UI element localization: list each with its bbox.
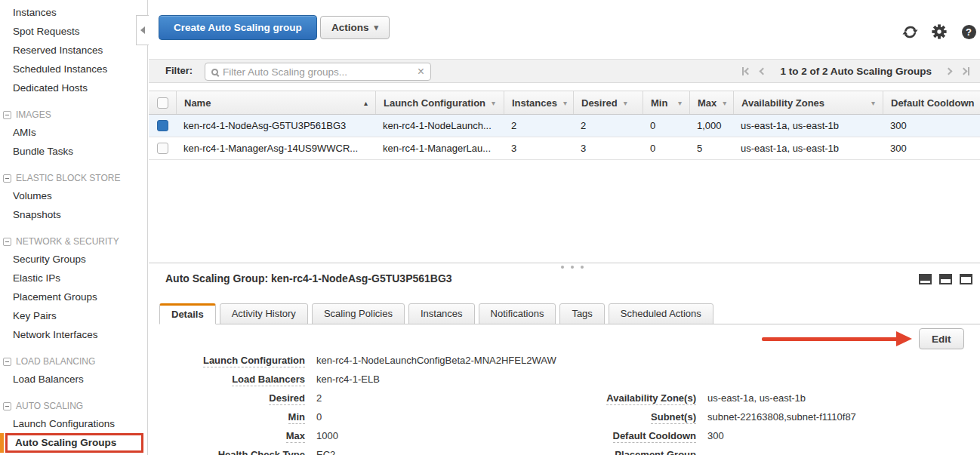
sort-icon: ▾ (871, 99, 875, 107)
tab-notifications[interactable]: Notifications (479, 303, 556, 324)
detail-field: Load Balancers ken-rc4-1-ELB (165, 374, 556, 392)
table-row[interactable]: ken-rc4-1-NodeAsg-G5TU3P561BG3 ken-rc4-1… (149, 115, 980, 137)
sidebar-item-auto-scaling-groups[interactable]: Auto Scaling Groups (5, 433, 143, 453)
tab-scaling-policies[interactable]: Scaling Policies (312, 303, 405, 324)
collapse-section-icon[interactable] (3, 238, 11, 246)
sidebar-item-launch-configurations[interactable]: Launch Configurations (0, 414, 147, 433)
column-label: Max (698, 97, 717, 109)
collapse-section-icon[interactable] (3, 111, 11, 119)
tab-details[interactable]: Details (159, 303, 216, 324)
sidebar-item-placement-groups[interactable]: Placement Groups (0, 287, 147, 306)
cell-name: ken-rc4-1-NodeAsg-G5TU3P561BG3 (176, 115, 375, 137)
column-label: Launch Configuration (384, 97, 485, 109)
cell-desired: 2 (573, 115, 643, 137)
sidebar-section-label: ELASTIC BLOCK STORE (16, 173, 121, 183)
create-auto-scaling-group-button[interactable]: Create Auto Scaling group (159, 15, 317, 40)
column-label: Default Cooldown (891, 97, 975, 109)
detail-tabs: Details Activity History Scaling Policie… (159, 303, 713, 324)
sidebar-section-load-balancing[interactable]: LOAD BALANCING (0, 353, 147, 370)
previous-page-button[interactable] (760, 69, 766, 74)
column-max[interactable]: Max ▾ (689, 91, 733, 114)
cell-min: 0 (643, 137, 689, 159)
split-pane-large-icon[interactable] (960, 274, 972, 284)
field-value: ken-rc4-1-ELB (316, 374, 380, 385)
tab-tags[interactable]: Tags (559, 303, 604, 324)
cell-desired: 3 (573, 137, 643, 159)
field-label: Health Check Type (218, 449, 305, 455)
sort-icon: ▾ (678, 99, 682, 107)
cell-max: 5 (689, 137, 733, 159)
column-default-cooldown[interactable]: Default Cooldown (883, 91, 980, 114)
split-drag-handle[interactable] (561, 266, 584, 269)
select-all-checkbox-cell (149, 91, 176, 114)
sidebar-section-label: NETWORK & SECURITY (16, 236, 119, 247)
column-name[interactable]: Name ▴ (176, 91, 375, 114)
sidebar-section-network-security[interactable]: NETWORK & SECURITY (0, 233, 147, 250)
sidebar-item-amis[interactable]: AMIs (0, 123, 147, 142)
detail-panel-title: Auto Scaling Group: ken-rc4-1-NodeAsg-G5… (165, 272, 452, 284)
search-icon (211, 69, 218, 75)
sidebar-item-security-groups[interactable]: Security Groups (0, 250, 147, 269)
table-row[interactable]: ken-rc4-1-ManagerAsg-14US9WWCR... ken-rc… (149, 137, 980, 160)
sidebar-nav: Instances Spot Requests Reserved Instanc… (0, 0, 148, 455)
sidebar-item-bundle-tasks[interactable]: Bundle Tasks (0, 142, 147, 161)
sidebar-item-network-interfaces[interactable]: Network Interfaces (0, 325, 147, 344)
collapse-section-icon[interactable] (3, 402, 11, 410)
sidebar-section-elastic-block-store[interactable]: ELASTIC BLOCK STORE (0, 170, 147, 186)
chevron-right-icon (960, 67, 968, 75)
actions-dropdown-button[interactable]: Actions ▾ (320, 16, 390, 39)
pagination-summary: 1 to 2 of 2 Auto Scaling Groups (780, 66, 932, 77)
select-all-checkbox[interactable] (157, 97, 168, 109)
edit-button[interactable]: Edit (919, 328, 964, 349)
filter-label: Filter: (165, 60, 193, 82)
next-page-button[interactable] (946, 69, 951, 74)
clear-filter-icon[interactable]: × (411, 65, 430, 78)
last-page-button[interactable] (961, 67, 969, 75)
tab-scheduled-actions[interactable]: Scheduled Actions (609, 303, 713, 324)
actions-label: Actions (331, 22, 369, 33)
sidebar-item-spot-requests[interactable]: Spot Requests (0, 22, 147, 41)
sidebar-item-reserved-instances[interactable]: Reserved Instances (0, 41, 147, 60)
filter-search-input[interactable] (218, 66, 411, 78)
detail-field: Desired 2 (165, 392, 556, 411)
filter-search-box[interactable]: × (205, 63, 431, 81)
tab-activity-history[interactable]: Activity History (220, 303, 308, 324)
gear-icon[interactable] (931, 23, 948, 40)
tab-instances[interactable]: Instances (408, 303, 475, 324)
column-availability-zones[interactable]: Availability Zones ▾ (733, 91, 883, 114)
chevron-left-icon (760, 67, 767, 75)
split-pane-small-icon[interactable] (919, 274, 932, 284)
collapse-section-icon[interactable] (3, 174, 11, 183)
sidebar-item-volumes[interactable]: Volumes (0, 186, 147, 205)
column-launch-configuration[interactable]: Launch Configuration ▾ (375, 91, 504, 114)
sidebar-item-elastic-ips[interactable]: Elastic IPs (0, 269, 147, 287)
sidebar-collapse-button[interactable] (136, 15, 149, 45)
column-desired[interactable]: Desired ▾ (573, 91, 643, 114)
help-icon[interactable]: ? (960, 23, 977, 40)
column-min[interactable]: Min ▾ (643, 91, 689, 114)
sidebar-item-snapshots[interactable]: Snapshots (0, 205, 147, 224)
cell-min: 0 (643, 115, 689, 137)
pagination: 1 to 2 of 2 Auto Scaling Groups (742, 60, 969, 82)
sidebar-item-scheduled-instances[interactable]: Scheduled Instances (0, 60, 147, 78)
first-page-button[interactable] (742, 67, 750, 75)
cell-default-cooldown: 300 (883, 115, 980, 137)
collapse-section-icon[interactable] (3, 358, 11, 366)
sidebar-item-load-balancers[interactable]: Load Balancers (0, 370, 147, 389)
refresh-icon[interactable] (901, 23, 918, 40)
sidebar-item-key-pairs[interactable]: Key Pairs (0, 306, 147, 325)
detail-field: Launch Configuration ken-rc4-1-NodeLaunc… (165, 355, 556, 374)
sidebar-section-images[interactable]: IMAGES (0, 106, 147, 123)
sidebar-section-auto-scaling[interactable]: AUTO SCALING (0, 398, 147, 414)
split-pane-half-icon[interactable] (939, 274, 952, 284)
sidebar-item-dedicated-hosts[interactable]: Dedicated Hosts (0, 78, 147, 97)
column-instances[interactable]: Instances ▾ (504, 91, 573, 114)
table-header: Name ▴ Launch Configuration ▾ Instances … (149, 91, 980, 115)
row-checkbox[interactable] (157, 120, 168, 131)
column-label: Name (184, 97, 211, 109)
detail-field: Max 1000 (165, 430, 556, 449)
sidebar-item-instances[interactable]: Instances (0, 3, 147, 22)
ec2-console: Instances Spot Requests Reserved Instanc… (0, 0, 980, 455)
row-checkbox[interactable] (157, 143, 168, 154)
field-value: 1000 (316, 430, 338, 441)
